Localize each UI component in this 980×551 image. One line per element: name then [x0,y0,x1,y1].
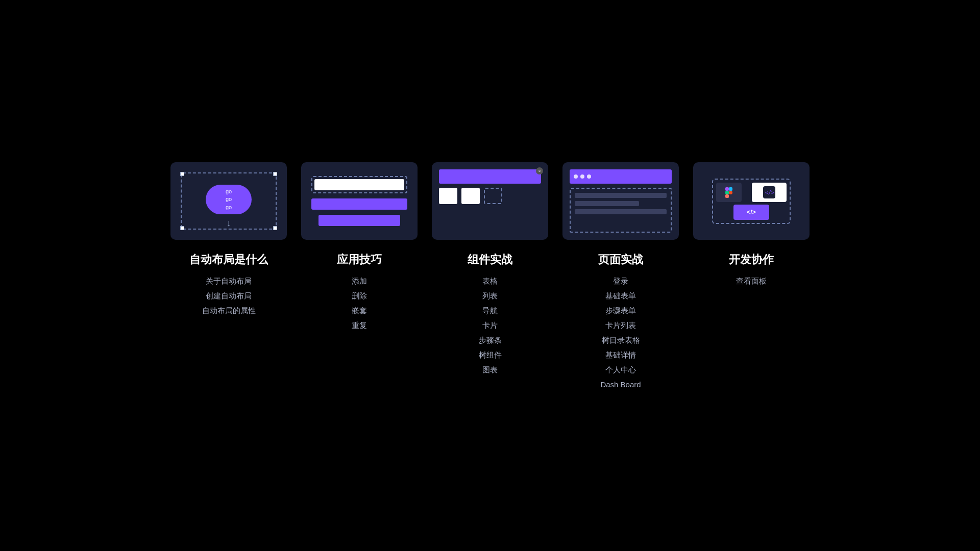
card-title-page: 页面实战 [598,252,643,267]
purple-bar-sm [318,215,400,226]
white-bar [314,179,404,190]
dashed-box-sm [484,188,502,204]
card-title-component: 组件实战 [468,252,512,267]
line-bar-3 [575,209,667,214]
link-nav[interactable]: 导航 [482,306,498,316]
card-links-component: 表格 列表 导航 卡片 步骤条 树组件 图表 [479,277,502,375]
card-illustration-auto-layout: go go go ↓ [170,162,287,240]
card-auto-layout: go go go ↓ 自动布局是什么 关于自动布局 创建自动布局 自动布局的属性 [170,162,287,316]
card-illustration-dev: </> </> [693,162,810,240]
svg-rect-0 [725,187,729,191]
page-header-bar [570,169,672,184]
code-button[interactable]: </> [733,205,769,220]
link-card[interactable]: 卡片 [482,321,498,331]
card-links-tips: 添加 删除 嵌套 重复 [352,277,367,331]
svg-rect-2 [725,191,729,194]
link-auto-layout-props[interactable]: 自动布局的属性 [202,306,256,316]
white-rect-icon: </> [752,183,787,202]
card-links-auto-layout: 关于自动布局 创建自动布局 自动布局的属性 [202,277,256,316]
circle-btn-3 [587,174,591,179]
link-dashboard[interactable]: Dash Board [600,380,641,389]
figma-icon-box [716,183,742,202]
card-page: 页面实战 登录 基础表单 步骤表单 卡片列表 树目录表格 基础详情 个人中心 D… [562,162,679,389]
link-step-form[interactable]: 步骤表单 [605,306,636,316]
circle-btn-2 [580,174,584,179]
card-component: × 组件实战 表格 列表 导航 卡片 步骤条 树组件 图表 [432,162,548,375]
pill-text-1: go [226,188,232,195]
dev-dashed-outer: </> </> [712,179,791,224]
card-links-dev: 查看面板 [736,277,767,286]
page-content-area [570,188,672,233]
card-title-tips: 应用技巧 [337,252,382,267]
link-steps[interactable]: 步骤条 [479,336,502,345]
line-bar-1 [575,193,667,198]
link-profile[interactable]: 个人中心 [605,365,636,375]
card-illustration-component: × [432,162,548,240]
link-chart[interactable]: 图表 [482,365,498,375]
corner-handle-tl [180,172,184,176]
card-tips: 应用技巧 添加 删除 嵌套 重复 [301,162,418,331]
corner-handle-bl [180,226,184,230]
svg-text:</>: </> [765,190,774,195]
card-dev: </> </> 开发协作 查看面板 [693,162,810,286]
link-card-list[interactable]: 卡片列表 [605,321,636,331]
link-login[interactable]: 登录 [613,277,628,286]
figma-icon [723,187,734,198]
card-title-dev: 开发协作 [729,252,774,267]
dev-top-section: </> [716,183,787,202]
link-view-panel[interactable]: 查看面板 [736,277,767,286]
link-tree-table[interactable]: 树目录表格 [602,336,640,345]
card-illustration-page [562,162,679,240]
link-basic-form[interactable]: 基础表单 [605,291,636,301]
link-list[interactable]: 列表 [482,291,498,301]
corner-handle-br [273,226,277,230]
dashed-rect-tips [311,176,407,193]
component-bottom-row [439,188,541,204]
pill-text-2: go [226,195,232,203]
card-title-auto-layout: 自动布局是什么 [189,252,268,267]
arrow-down-icon: ↓ [227,218,231,229]
card-illustration-tips [301,162,418,240]
circle-btn-1 [574,174,578,179]
code-icon: </> [763,186,775,198]
close-btn-icon: × [536,167,543,174]
small-box-2 [461,188,480,204]
svg-rect-3 [725,194,729,198]
link-add[interactable]: 添加 [352,277,367,286]
link-nest[interactable]: 嵌套 [352,306,367,316]
svg-point-4 [729,191,732,194]
purple-bar [311,198,407,210]
link-delete[interactable]: 删除 [352,291,367,301]
component-top-bar: × [439,169,541,184]
link-tree[interactable]: 树组件 [479,350,502,360]
link-table[interactable]: 表格 [482,277,498,286]
link-about-auto-layout[interactable]: 关于自动布局 [206,277,252,286]
link-detail[interactable]: 基础详情 [605,350,636,360]
link-repeat[interactable]: 重复 [352,321,367,331]
link-create-auto-layout[interactable]: 创建自动布局 [206,291,252,301]
pill-text-3: go [226,204,232,211]
small-box-1 [439,188,457,204]
svg-rect-1 [729,187,732,191]
purple-pill: go go go [206,185,252,214]
line-bar-2 [575,201,639,206]
card-links-page: 登录 基础表单 步骤表单 卡片列表 树目录表格 基础详情 个人中心 Dash B… [600,277,641,389]
cards-container: go go go ↓ 自动布局是什么 关于自动布局 创建自动布局 自动布局的属性 [170,162,810,389]
corner-handle-tr [273,172,277,176]
